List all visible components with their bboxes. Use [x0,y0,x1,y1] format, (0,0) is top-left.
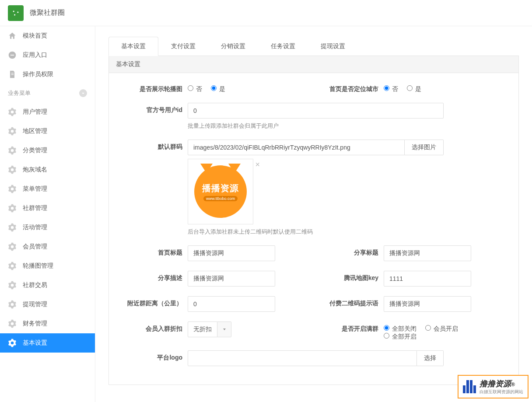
svg-rect-2 [11,73,14,73]
help-official-uid: 批量上传跟添加社群会归属于此用户 [188,122,444,130]
label-share-desc: 分享描述 [118,271,188,282]
radio-show-carousel: 否 是 [188,82,232,93]
sidebar-category-mgmt[interactable]: 分类管理 [0,141,95,160]
help-default-qr: 后台导入添加社群未上传二维码时默认使用二维码 [188,228,444,236]
tab-支付设置[interactable]: 支付设置 [158,37,208,56]
caret-down-icon [217,322,231,337]
svg-rect-3 [11,74,14,75]
svg-rect-1 [10,55,14,56]
chevron-down-icon [79,89,87,97]
select-display: 无折扣 [188,322,217,337]
label-default-qr: 默认群码 [118,140,188,151]
sidebar-member-mgmt[interactable]: 会员管理 [0,237,95,256]
tabs: 基本设置支付设置分销设置任务设置提现设置 [108,37,519,56]
sidebar-region-mgmt[interactable]: 地区管理 [0,122,95,141]
sidebar-item-label: 活动管理 [23,224,47,231]
radio-city-no[interactable]: 否 [384,85,398,92]
gear-icon [8,108,17,116]
sidebar-item-label: 地区管理 [23,127,47,135]
sidebar-basic-settings[interactable]: 基本设置 [0,333,95,353]
sidebar-item-label: 社群管理 [23,204,47,212]
input-default-qr[interactable] [188,140,405,155]
radio-locate-city: 否 是 [384,82,428,93]
qr-preview-img: 播播资源 www.ttbobo.com [194,165,247,218]
sidebar-item-label: 应用入口 [23,51,47,59]
gear-icon [8,185,17,193]
home-icon [8,31,17,40]
sidebar-item-label: 炮灰域名 [23,166,47,174]
label-home-title: 首页标题 [118,245,188,257]
gear-icon [8,165,17,174]
gear-icon [8,204,17,213]
input-share-desc[interactable] [188,271,275,287]
sidebar-section-label: 业务菜单 [8,89,31,97]
close-icon[interactable]: × [255,160,260,169]
sidebar-section-header[interactable]: 业务菜单 [0,84,95,102]
radio-full-group: 全部关闭 会员开启 全部开启 [384,322,471,341]
radio-carousel-yes[interactable]: 是 [211,85,225,92]
sidebar-item-label: 会员管理 [23,243,47,251]
sidebar-cannon-domain[interactable]: 炮灰域名 [0,160,95,179]
gear-icon [8,223,17,232]
label-map-key: 腾讯地图key [314,271,384,282]
label-nearby-distance: 附近群距离（公里） [118,296,188,308]
sidebar: 模块首页 应用入口 操作员权限 业务菜单 用户管理地区管理分类管理炮灰域名菜单管… [0,26,95,402]
watermark: 撸撸资源® 白嫖互联网资源的网站 [458,375,528,399]
main-content: 基本设置支付设置分销设置任务设置提现设置 基本设置 是否展示轮播图 否 是 首页… [95,26,532,402]
radio-fg-all[interactable]: 全部开启 [384,333,416,340]
input-nearby-distance[interactable] [188,296,275,312]
btn-select-image[interactable]: 选择图片 [405,140,444,155]
input-map-key[interactable] [384,271,471,287]
label-platform-logo: 平台logo [118,350,188,362]
label-member-discount: 会员入群折扣 [118,322,188,333]
tab-任务设置[interactable]: 任务设置 [258,37,308,56]
label-locate-city: 首页是否定位城市 [314,82,384,93]
select-member-discount[interactable]: 无折扣 [188,322,231,337]
tab-分销设置[interactable]: 分销设置 [208,37,258,56]
watermark-icon [463,380,476,393]
input-official-uid[interactable] [188,103,444,119]
sidebar-app-entry[interactable]: 应用入口 [0,45,95,65]
document-icon [8,70,17,79]
sidebar-item-label: 基本设置 [23,339,47,347]
tab-基本设置[interactable]: 基本设置 [108,37,158,56]
sidebar-item-label: 轮播图管理 [23,262,53,270]
label-full-group: 是否开启满群 [314,322,384,333]
sidebar-community-mgmt[interactable]: 社群管理 [0,199,95,218]
gear-icon [8,281,17,290]
radio-city-yes[interactable]: 是 [407,85,421,92]
sidebar-module-home[interactable]: 模块首页 [0,26,95,45]
header: 微聚社群圈 [0,0,532,26]
sidebar-item-label: 社群交易 [23,281,47,289]
radio-carousel-no[interactable]: 否 [188,85,202,92]
gear-icon [8,127,17,136]
gear-icon [8,242,17,251]
sidebar-item-label: 操作员权限 [23,70,53,78]
sidebar-carousel-mgmt[interactable]: 轮播图管理 [0,256,95,276]
input-platform-logo[interactable] [188,350,417,366]
tab-提现设置[interactable]: 提现设置 [308,37,358,56]
app-title: 微聚社群圈 [30,8,65,17]
radio-fg-close[interactable]: 全部关闭 [384,325,416,332]
sidebar-community-trade[interactable]: 社群交易 [0,276,95,295]
gear-icon [8,339,17,347]
app-logo [8,5,24,21]
gear-icon [8,300,17,309]
chat-icon [8,51,17,59]
radio-fg-member[interactable]: 会员开启 [425,325,458,332]
btn-select-logo[interactable]: 选择 [417,350,444,366]
sidebar-item-label: 模块首页 [23,32,47,40]
input-home-title[interactable] [188,245,275,261]
sidebar-menu-mgmt[interactable]: 菜单管理 [0,179,95,199]
input-share-title[interactable] [384,245,471,261]
gear-icon [8,319,17,328]
sidebar-user-mgmt[interactable]: 用户管理 [0,102,95,122]
gear-icon [8,146,17,155]
label-show-carousel: 是否展示轮播图 [118,82,188,93]
input-paid-qr-tip[interactable] [384,296,471,312]
sidebar-item-label: 菜单管理 [23,185,47,193]
sidebar-activity-mgmt[interactable]: 活动管理 [0,218,95,237]
sidebar-finance-mgmt[interactable]: 财务管理 [0,314,95,333]
sidebar-withdraw-mgmt[interactable]: 提现管理 [0,295,95,314]
sidebar-operator-perms[interactable]: 操作员权限 [0,65,95,84]
